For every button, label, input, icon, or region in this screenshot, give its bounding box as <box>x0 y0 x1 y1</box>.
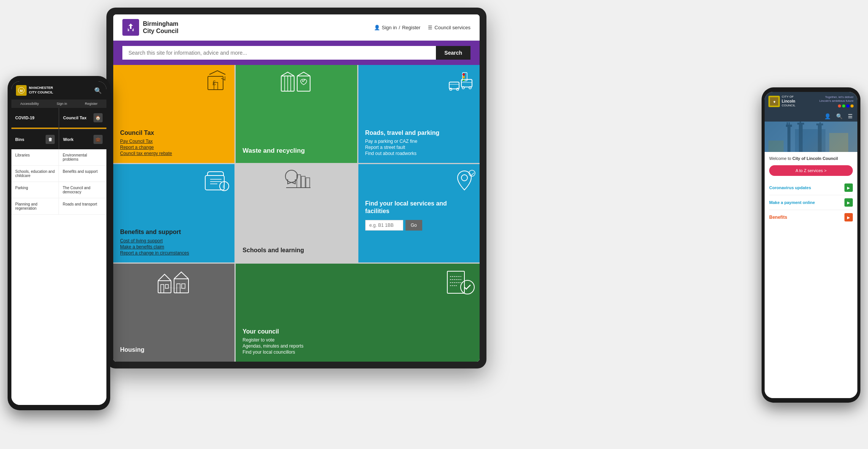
lincoln-search-icon[interactable]: 🔍 <box>836 113 843 119</box>
list-item-parking[interactable]: Parking <box>11 182 59 198</box>
lincoln-benefits-label[interactable]: Benefits <box>769 215 787 220</box>
svg-point-31 <box>461 175 467 181</box>
bcc-logo: Birmingham City Council <box>122 19 178 36</box>
mcc-search-icon[interactable]: 🔍 <box>94 87 102 94</box>
list-row-4: Planning and regeneration Roads and tran… <box>11 198 106 215</box>
postcode-go-button[interactable]: Go <box>405 220 422 231</box>
svg-rect-59 <box>829 133 848 152</box>
lincoln-hero-image <box>765 122 857 152</box>
tile-find-services[interactable]: Find your local services and facilities … <box>358 164 480 262</box>
manchester-screen: M MANCHESTER CITY COUNCIL 🔍 Accessibilit… <box>11 81 106 405</box>
mcc-crest-icon: M <box>16 85 27 96</box>
lincoln-title-text: CITY OF Lincoln COUNCIL <box>782 95 795 108</box>
search-button[interactable]: Search <box>436 46 470 60</box>
list-row-3: Parking The Council and democracy <box>11 182 106 198</box>
tile-schools[interactable]: Schools and learning <box>236 164 357 262</box>
menu-icon: ☰ <box>428 25 432 30</box>
svg-rect-48 <box>787 125 790 152</box>
roads-link-2[interactable]: Report a street fault <box>365 145 473 150</box>
user-icon: 👤 <box>374 25 380 30</box>
lincoln-cathedral-image <box>765 122 857 152</box>
list-item-planning[interactable]: Planning and regeneration <box>11 198 59 214</box>
mcc-tile-covid[interactable]: COVID-19 <box>11 108 59 129</box>
lincoln-payment-arrow[interactable]: ▶ <box>844 198 853 207</box>
council-tax-title: Council Tax <box>120 129 228 136</box>
your-council-link-3[interactable]: Find your local councillors <box>242 349 473 355</box>
bcc-screen: Birmingham City Council 👤 Sign in / Regi… <box>113 14 480 362</box>
lincoln-user-icon[interactable]: 👤 <box>824 113 831 119</box>
mcc-register-link[interactable]: Register <box>85 102 98 106</box>
council-tax-tile-icon: £ <box>204 69 231 97</box>
bcc-logo-mark <box>122 19 139 36</box>
roads-link-3[interactable]: Find out about roadworks <box>365 151 473 156</box>
tile-benefits[interactable]: i Benefits and support Cost of living su… <box>113 164 234 262</box>
svg-rect-35 <box>165 285 168 288</box>
benefits-link-3[interactable]: Report a change in circumstances <box>120 250 228 256</box>
svg-rect-53 <box>799 123 803 152</box>
benefits-link-2[interactable]: Make a benefits claim <box>120 244 228 250</box>
benefits-title: Benefits and support <box>120 228 228 236</box>
lincoln-payment-link[interactable]: Make a payment online <box>769 200 815 205</box>
mcc-logo: M MANCHESTER CITY COUNCIL <box>16 85 53 96</box>
list-item-benefits[interactable]: Benefits and support <box>59 166 106 182</box>
find-services-icon <box>453 168 476 194</box>
svg-point-11 <box>463 73 465 76</box>
lincoln-menu-icon[interactable]: ☰ <box>848 113 853 119</box>
work-icon: 💼 <box>93 135 103 144</box>
svg-rect-60 <box>768 141 784 152</box>
svg-text:⚜: ⚜ <box>773 100 776 104</box>
tile-council-tax[interactable]: £ Council Tax Pay Council Tax Report a c… <box>113 65 234 163</box>
svg-point-12 <box>463 76 465 78</box>
mcc-accessibility-link[interactable]: Accessibility <box>20 102 39 106</box>
search-input[interactable] <box>122 46 436 60</box>
svg-text:M: M <box>20 89 23 93</box>
council-tax-link-3[interactable]: Council tax energy rebate <box>120 151 228 156</box>
list-item-roads[interactable]: Roads and transport <box>59 198 106 214</box>
bcc-tablet: Birmingham City Council 👤 Sign in / Regi… <box>106 8 486 368</box>
lincoln-phone: ⚜ CITY OF Lincoln COUNCIL Together, let'… <box>762 87 860 403</box>
lincoln-atoz-button[interactable]: A to Z services > <box>769 165 853 176</box>
svg-rect-50 <box>787 122 788 125</box>
mcc-signin-link[interactable]: Sign in <box>57 102 67 106</box>
lincoln-logo: ⚜ CITY OF Lincoln COUNCIL <box>768 95 795 108</box>
bcc-nav-right: 👤 Sign in / Register ☰ Council services <box>374 25 470 30</box>
your-council-link-1[interactable]: Register to vote <box>242 337 473 343</box>
postcode-row: Go <box>365 220 473 231</box>
svg-rect-58 <box>819 122 821 125</box>
svg-rect-51 <box>789 122 790 125</box>
bins-icon: 🗑 <box>46 135 55 144</box>
roads-tile-icon <box>445 69 476 101</box>
lincoln-tagline: Together, let's deliver Lincoln's ambiti… <box>819 95 854 108</box>
council-tax-icon: 🏠 <box>93 113 103 122</box>
mcc-header: M MANCHESTER CITY COUNCIL 🔍 <box>11 81 106 100</box>
lincoln-benefits-arrow[interactable]: ▶ <box>844 213 853 221</box>
tile-waste-recycling[interactable]: Waste and recycling <box>236 65 357 163</box>
mcc-tile-work[interactable]: Work 💼 <box>59 130 106 149</box>
council-services-nav[interactable]: ☰ Council services <box>428 25 470 30</box>
council-tax-link-1[interactable]: Pay Council Tax <box>120 139 228 144</box>
your-council-link-2[interactable]: Agendas, minutes and reports <box>242 343 473 349</box>
sign-in-area[interactable]: 👤 Sign in / Register <box>374 25 421 30</box>
list-item-libraries[interactable]: Libraries <box>11 149 59 165</box>
postcode-input[interactable] <box>365 220 403 231</box>
mcc-tile-bins[interactable]: Bins 🗑 <box>11 130 59 149</box>
lincoln-crest-icon: ⚜ <box>768 96 780 107</box>
svg-rect-9 <box>297 76 310 91</box>
roads-link-1[interactable]: Pay a parking or CAZ fine <box>365 139 473 144</box>
lincoln-coronavirus-link[interactable]: Coronavirus updates <box>769 185 811 190</box>
lincoln-coronavirus-arrow[interactable]: ▶ <box>844 183 853 192</box>
bcc-header: Birmingham City Council 👤 Sign in / Regi… <box>113 14 480 41</box>
list-item-schools[interactable]: Schools, education and childcare <box>11 166 59 182</box>
council-tax-link-2[interactable]: Report a change <box>120 145 228 150</box>
svg-rect-29 <box>306 178 310 188</box>
benefits-link-1[interactable]: Cost of living support <box>120 238 228 243</box>
tile-your-council[interactable]: Your council Register to vote Agendas, m… <box>236 264 480 362</box>
svg-point-26 <box>285 170 298 182</box>
list-item-env[interactable]: Environmental problems <box>59 149 106 165</box>
svg-rect-36 <box>174 279 188 293</box>
list-item-council-democracy[interactable]: The Council and democracy <box>59 182 106 198</box>
tile-housing[interactable]: Housing <box>113 264 234 362</box>
mcc-tile-council-tax[interactable]: Council Tax 🏠 <box>59 108 106 129</box>
tile-roads[interactable]: Roads, travel and parking Pay a parking … <box>358 65 480 163</box>
svg-rect-37 <box>177 284 180 293</box>
